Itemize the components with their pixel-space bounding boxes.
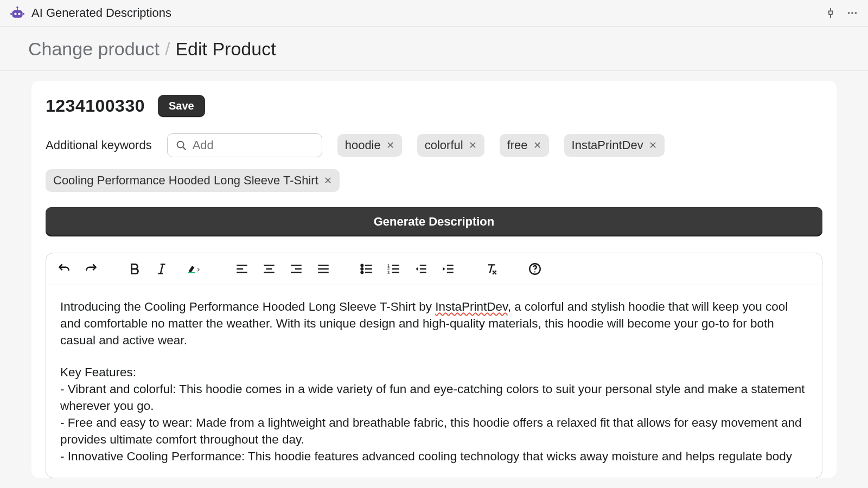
close-icon[interactable]: ✕ (324, 176, 332, 185)
divider (0, 70, 868, 71)
keyword-tag: free ✕ (500, 134, 549, 157)
close-icon[interactable]: ✕ (386, 140, 394, 150)
keywords-label: Additional keywords (46, 138, 152, 152)
generate-button[interactable]: Generate Description (46, 207, 822, 236)
svg-point-7 (848, 12, 850, 14)
features-heading: Key Features: (60, 364, 808, 381)
spellcheck-word: InstaPrintDev (435, 300, 507, 313)
edit-card: 1234100330 Save Additional keywords hood… (31, 81, 837, 478)
italic-icon[interactable] (154, 261, 170, 277)
svg-text:3: 3 (387, 270, 390, 275)
tag-label: free (507, 138, 528, 152)
numbered-list-icon[interactable]: 123 (386, 261, 402, 277)
svg-point-9 (855, 12, 857, 14)
title-row: 1234100330 Save (46, 95, 822, 117)
tag-label: hoodie (345, 138, 381, 152)
editor-toolbar: 123 (46, 253, 822, 285)
undo-icon[interactable] (56, 261, 72, 277)
product-id: 1234100330 (46, 96, 145, 116)
app-title: AI Generated Descriptions (31, 6, 171, 20)
breadcrumb: Change product / Edit Product (0, 27, 868, 70)
svg-point-6 (23, 13, 25, 15)
clear-format-icon[interactable] (483, 261, 500, 277)
svg-line-11 (183, 147, 186, 150)
bold-icon[interactable] (126, 261, 143, 277)
keyword-tag: Cooling Performance Hooded Long Sleeve T… (46, 169, 340, 192)
feature-item: - Free and easy to wear: Made from a lig… (60, 414, 808, 448)
svg-point-5 (10, 13, 12, 15)
feature-item: - Vibrant and colorful: This hoodie come… (60, 381, 808, 414)
tag-label: InstaPrintDev (572, 138, 643, 152)
svg-rect-2 (12, 10, 22, 18)
help-icon[interactable] (527, 261, 543, 277)
blank-line (60, 349, 808, 364)
highlight-icon[interactable] (181, 261, 207, 277)
breadcrumb-separator: / (165, 38, 170, 60)
paragraph: Introducing the Cooling Performance Hood… (60, 298, 808, 349)
svg-point-29 (361, 268, 363, 269)
svg-point-51 (534, 271, 535, 272)
svg-point-4 (18, 13, 20, 15)
keywords-row: Additional keywords hoodie ✕ colorful ✕ … (46, 133, 822, 157)
more-icon[interactable] (846, 7, 858, 19)
app-topbar: AI Generated Descriptions (0, 0, 868, 26)
close-icon[interactable]: ✕ (533, 140, 541, 150)
svg-rect-15 (188, 272, 195, 273)
tag-label: Cooling Performance Hooded Long Sleeve T… (53, 174, 318, 188)
close-icon[interactable]: ✕ (649, 140, 657, 150)
keyword-input[interactable] (193, 138, 314, 152)
align-center-icon[interactable] (261, 261, 277, 277)
feature-item: - Innovative Cooling Performance: This h… (60, 448, 808, 465)
svg-line-14 (161, 264, 163, 273)
keyword-tag: InstaPrintDev ✕ (564, 134, 665, 157)
indent-icon[interactable] (440, 261, 456, 277)
save-button[interactable]: Save (158, 95, 205, 117)
editor-content[interactable]: Introducing the Cooling Performance Hood… (46, 285, 822, 478)
svg-point-30 (361, 272, 363, 273)
rich-text-editor: 123 (46, 253, 822, 478)
svg-point-28 (361, 265, 363, 266)
align-left-icon[interactable] (234, 261, 250, 277)
breadcrumb-prev[interactable]: Change product (28, 38, 159, 60)
tags-row-1: hoodie ✕ colorful ✕ free ✕ InstaPrintDev… (337, 134, 665, 157)
keyword-tag: colorful ✕ (417, 134, 484, 157)
redo-icon[interactable] (83, 261, 99, 277)
svg-point-10 (177, 142, 183, 148)
align-justify-icon[interactable] (315, 261, 331, 277)
breadcrumb-current: Edit Product (175, 38, 276, 60)
tag-label: colorful (425, 138, 463, 152)
topbar-left: AI Generated Descriptions (10, 5, 171, 21)
text: Introducing the Cooling Performance Hood… (60, 300, 435, 313)
search-icon (175, 139, 187, 151)
svg-point-8 (851, 12, 853, 14)
close-icon[interactable]: ✕ (469, 140, 477, 150)
keyword-input-wrap[interactable] (167, 133, 322, 157)
robot-icon (10, 5, 25, 21)
bullet-list-icon[interactable] (359, 261, 375, 277)
tags-row-2: Cooling Performance Hooded Long Sleeve T… (46, 169, 822, 192)
outdent-icon[interactable] (413, 261, 429, 277)
svg-point-0 (16, 7, 18, 9)
keyword-tag: hoodie ✕ (337, 134, 402, 157)
topbar-right (825, 7, 858, 19)
svg-point-3 (14, 13, 16, 15)
pin-icon[interactable] (825, 7, 837, 19)
svg-line-47 (490, 265, 492, 273)
align-right-icon[interactable] (288, 261, 304, 277)
